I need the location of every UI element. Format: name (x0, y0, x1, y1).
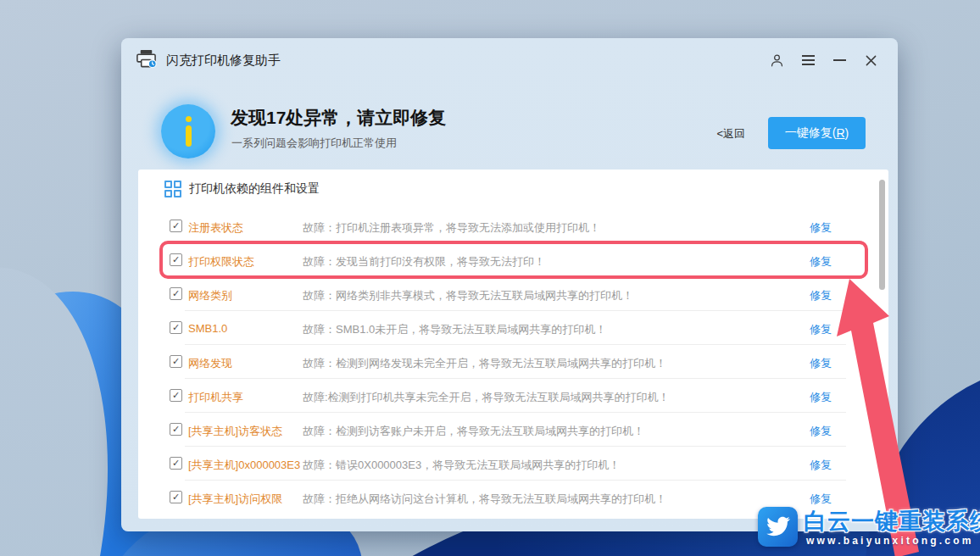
fix-link[interactable]: 修复 (810, 254, 832, 270)
watermark: 白云一键重装系统 www.baiyunxitong.com (758, 506, 980, 547)
printer-app-icon (135, 48, 158, 72)
minimize-icon (833, 59, 846, 61)
issue-description: 故障：检测到网络发现未完全开启，将导致无法互联局域网共享的打印机！ (303, 356, 666, 371)
fix-link[interactable]: 修复 (810, 390, 832, 405)
issue-checkbox[interactable]: ✓ (170, 287, 182, 300)
user-icon (769, 53, 785, 69)
issue-checkbox[interactable]: ✓ (170, 423, 182, 436)
user-button[interactable] (766, 50, 787, 70)
issue-row: ✓ 网络发现 故障：检测到网络发现未完全开启，将导致无法互联局域网共享的打印机！… (138, 345, 888, 379)
issue-checkbox[interactable]: ✓ (170, 389, 182, 402)
issue-label: 网络类别 (188, 288, 232, 303)
issue-description: 故障：拒绝从网络访问这台计算机，将导致无法互联局域网共享的打印机！ (303, 492, 666, 507)
fix-link[interactable]: 修复 (810, 458, 832, 473)
issue-label: [共享主机]0x000003E3 (188, 458, 300, 473)
issue-checkbox[interactable]: ✓ (170, 491, 182, 503)
issue-label: 打印机共享 (188, 390, 243, 405)
close-button[interactable] (860, 50, 881, 70)
section-header: 打印机依赖的组件和设置 (164, 181, 320, 197)
issue-label: 打印权限状态 (188, 254, 254, 270)
section-title: 打印机依赖的组件和设置 (189, 181, 320, 197)
issue-checkbox[interactable]: ✓ (170, 253, 182, 266)
issue-description: 故障：发现当前打印没有权限，将导致无法打印！ (303, 254, 545, 270)
summary-title: 发现17处异常，请立即修复 (231, 106, 446, 130)
summary-header: 发现17处异常，请立即修复 一系列问题会影响打印机正常使用 <返回 一键修复(R… (121, 82, 898, 170)
issue-description: 故障：网络类别非共享模式，将导致无法互联局域网共享的打印机！ (303, 288, 633, 303)
fix-link[interactable]: 修复 (810, 424, 832, 439)
components-grid-icon (164, 181, 181, 197)
issue-checkbox[interactable]: ✓ (170, 220, 182, 232)
watermark-url: www.baiyunxitong.com (804, 535, 980, 547)
fix-link[interactable]: 修复 (810, 322, 832, 337)
issue-label: 网络发现 (188, 356, 232, 371)
app-window: 闪克打印机修复助手 (121, 38, 898, 531)
issue-checkbox[interactable]: ✓ (170, 355, 182, 368)
app-title: 闪克打印机修复助手 (166, 53, 281, 69)
scrollbar-thumb[interactable] (879, 180, 885, 290)
one-click-repair-button[interactable]: 一键修复(R) (768, 117, 866, 149)
issue-label: 注册表状态 (188, 220, 243, 236)
titlebar[interactable]: 闪克打印机修复助手 (121, 38, 898, 82)
fix-link[interactable]: 修复 (810, 288, 832, 303)
issue-row: ✓ [共享主机]访客状态 故障：检测到访客账户未开启，将导致无法互联局域网共享的… (138, 413, 888, 447)
issue-label: [共享主机]访问权限 (188, 492, 282, 507)
issue-row: ✓ SMB1.0 故障：SMB1.0未开启，将导致无法互联局域网共享的打印机！ … (138, 311, 888, 345)
desktop: 闪克打印机修复助手 (0, 0, 980, 556)
repair-button-label-suffix: ) (845, 126, 849, 140)
summary-subtitle: 一系列问题会影响打印机正常使用 (231, 136, 397, 151)
issue-row: ✓ [共享主机]0x000003E3 故障：错误0X000003E3，将导致无法… (138, 447, 888, 481)
issue-row: ✓ 网络类别 故障：网络类别非共享模式，将导致无法互联局域网共享的打印机！ 修复 (138, 277, 888, 311)
info-icon (161, 104, 215, 158)
fix-link[interactable]: 修复 (810, 220, 832, 236)
issue-row: ✓ 打印权限状态 故障：发现当前打印没有权限，将导致无法打印！ 修复 (138, 243, 888, 277)
back-link[interactable]: <返回 (716, 126, 745, 142)
minimize-button[interactable] (829, 50, 849, 70)
watermark-title: 白云一键重装系统 (804, 506, 980, 537)
twitter-bird-icon (758, 507, 798, 547)
fix-link[interactable]: 修复 (810, 356, 832, 371)
close-icon (864, 53, 878, 68)
issues-panel: 打印机依赖的组件和设置 ✓ 注册表状态 故障：打印机注册表项异常，将导致无法添加… (138, 170, 888, 519)
menu-icon (802, 55, 815, 65)
repair-button-label: 一键修复( (785, 125, 837, 141)
issue-description: 故障：SMB1.0未开启，将导致无法互联局域网共享的打印机！ (303, 322, 606, 337)
repair-button-hotkey: R (836, 126, 844, 140)
issue-row: ✓ 注册表状态 故障：打印机注册表项异常，将导致无法添加或使用打印机！ 修复 (138, 209, 888, 243)
menu-button[interactable] (798, 50, 818, 70)
issue-row: ✓ 打印机共享 故障:检测到打印机共享未完全开启，将导致无法互联局域网共享的打印… (138, 379, 888, 413)
issue-checkbox[interactable]: ✓ (170, 457, 182, 470)
fix-link[interactable]: 修复 (810, 492, 832, 507)
issue-description: 故障：检测到访客账户未开启，将导致无法互联局域网共享的打印机！ (303, 424, 644, 439)
issue-description: 故障：打印机注册表项异常，将导致无法添加或使用打印机！ (303, 220, 600, 236)
issue-label: SMB1.0 (188, 322, 227, 335)
issue-description: 故障：错误0X000003E3，将导致无法互联局域网共享的打印机！ (303, 458, 620, 473)
issue-description: 故障:检测到打印机共享未完全开启，将导致无法互联局域网共享的打印机！ (303, 390, 670, 405)
issue-checkbox[interactable]: ✓ (170, 321, 182, 334)
issue-label: [共享主机]访客状态 (188, 424, 282, 439)
issue-list: ✓ 注册表状态 故障：打印机注册表项异常，将导致无法添加或使用打印机！ 修复 ✓… (138, 209, 888, 514)
